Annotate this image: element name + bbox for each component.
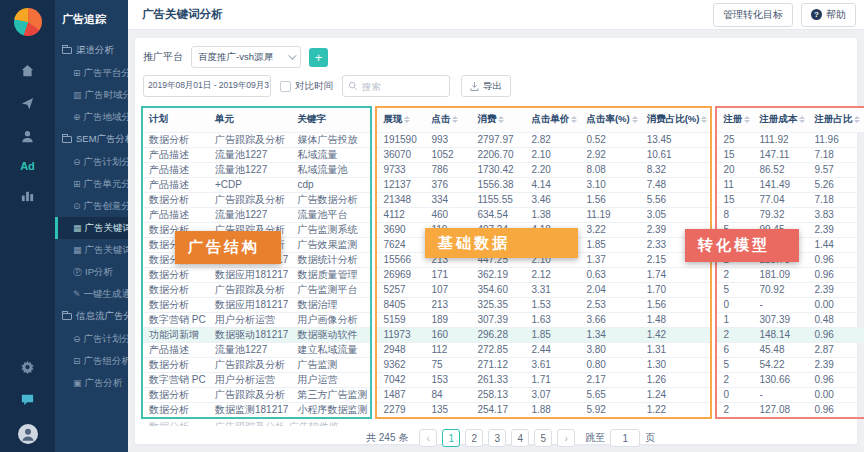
send-icon[interactable] [20,96,35,111]
table-cell: 0.52 [580,132,640,147]
analysis-card: 推广平台 百度推广-vsh源犀 + 2019年08月01日 - 2019年09月… [135,38,857,444]
sidebar-item[interactable]: ▣广告分析 [55,372,128,394]
page-button[interactable]: 2 [465,429,483,447]
column-header-label: 点击率(%) [586,113,629,124]
search-input[interactable] [362,81,444,92]
table-cell: 191590 [377,132,425,147]
table-cell: 广告跟踪及分析 [209,357,291,372]
table-cell: 7.18 [808,147,863,162]
table-cell: 376 [425,177,471,192]
sidebar-item[interactable]: ⊟广告组分析 [55,350,128,372]
column-header[interactable]: 注册占比 [808,108,863,132]
sidebar-item[interactable]: ▦广告关键词... [55,217,128,239]
table-cell: 2.15 [641,252,711,267]
sidebar-item[interactable]: ⓅIP分析 [55,261,128,283]
table-cell: 11.96 [808,132,863,147]
sidebar-section-header[interactable]: SEM广告分析 [55,128,128,151]
sidebar-item[interactable]: ▥广告时域分析 [55,84,128,106]
column-header[interactable]: 点击率(%) [580,108,640,132]
table-cell: 2.39 [808,357,863,372]
search-box [342,75,450,97]
sidebar-section-header[interactable]: 渠道分析 [55,39,128,62]
titlebar: 广告关键词分析 管理转化目标 ? 帮助 [128,0,864,30]
table-cell: 数据分析 [143,282,209,297]
chat-icon[interactable] [20,392,35,407]
user-icon[interactable] [20,129,35,144]
table-cell: 21348 [377,192,425,207]
sidebar-item-label: 广告关键词... [85,244,128,257]
manage-goals-label: 管理转化目标 [723,8,783,22]
table-cell: 3.85 [525,237,580,252]
sidebar-item[interactable]: ⊞广告单元分析 [55,173,128,195]
compare-time-toggle[interactable]: 对比时间 [280,80,333,93]
table-cell: 0 [717,387,753,402]
table-cell: 5 [717,282,753,297]
table-row: 2086.529.57-12.99 [717,162,864,177]
pagination: 共 245 条 ‹12345› 跳至 页 [366,429,851,447]
page-button[interactable]: 3 [488,429,506,447]
compare-checkbox[interactable] [280,81,291,92]
page-button[interactable]: 4 [511,429,529,447]
sidebar-section-header[interactable]: 信息流广告分析 [55,305,128,328]
table-cell: 数字营销 PC [143,312,209,327]
table-row: 2148.140.96+56.07 [717,327,864,342]
table-cell: cdp [291,177,370,192]
bar-chart-icon[interactable] [20,188,35,203]
avatar[interactable] [18,424,38,444]
date-range-input[interactable]: 2019年08月01日 - 2019年09月3 [143,75,271,97]
table-cell: 8.32 [641,162,711,177]
page-button[interactable]: 1 [442,429,460,447]
column-header[interactable]: 展现 [377,108,425,132]
column-header[interactable]: 消费 [471,108,525,132]
sidebar-item[interactable]: ⊞广告平台分析 [55,62,128,84]
table-row: 3690119497.244.183.222.39 [377,222,710,237]
sidebar-item[interactable]: ▦广告关键词... [55,239,128,261]
page-next-button[interactable]: › [557,429,575,447]
add-platform-button[interactable]: + [309,48,328,67]
table-cell: 数据应用181217 [209,252,291,267]
page-button[interactable]: 5 [534,429,552,447]
table-cell: 75 [425,357,471,372]
table-cell: 126 [425,237,471,252]
column-header[interactable]: 点击 [425,108,471,132]
jump-input[interactable] [610,429,640,447]
table-cell: 2.20 [525,162,580,177]
column-header[interactable]: 注册成本 [753,108,808,132]
table-row: 4112460634.541.3811.193.05 [377,207,710,222]
help-button[interactable]: ? 帮助 [801,3,856,27]
settings-gear-icon[interactable] [20,359,35,374]
page-prev-button[interactable]: ‹ [419,429,437,447]
column-header-label: 点击单价 [531,113,569,124]
column-header[interactable]: 点击单价 [525,108,580,132]
table-cell: 86.52 [753,162,808,177]
sort-icon [404,113,410,126]
table-cell: 12137 [377,177,425,192]
table-cell: 1052 [425,147,471,162]
column-header-label: 注册占比 [814,113,852,124]
export-button[interactable]: 导出 [461,75,511,97]
table-cell: 2.12 [525,267,580,282]
ad-nav-item[interactable]: Ad [20,160,35,172]
folder-icon [62,313,72,320]
keyword-icon: ▦ [73,245,82,255]
table-cell: 5 [717,222,753,237]
manage-goals-button[interactable]: 管理转化目标 [713,3,793,27]
sidebar-item[interactable]: ⊖广告计划分析 [55,328,128,350]
question-icon: ? [811,9,822,20]
table-cell: 0.96 [808,372,863,387]
table-cell: 1.44 [808,237,863,252]
column-header[interactable]: 消费占比(%) [641,108,711,132]
sidebar-item[interactable]: ✎一键生成通... [55,283,128,305]
sidebar-item[interactable]: ⊙广告创意分析 [55,195,128,217]
platform-select[interactable]: 百度推广-vsh源犀 [191,46,301,68]
sidebar-item[interactable]: ⊖广告计划分析 [55,151,128,173]
sort-icon [452,113,458,126]
table-cell: 111.92 [753,132,808,147]
column-header[interactable]: 注册 [717,108,753,132]
table-cell: 2 [717,372,753,387]
sidebar-item[interactable]: ⊕广告地域分析 [55,106,128,128]
table-cell: 460 [425,207,471,222]
home-icon[interactable] [20,63,35,78]
table-cell: 54.22 [753,357,808,372]
table-cell: 广告监测系统 [291,222,370,237]
